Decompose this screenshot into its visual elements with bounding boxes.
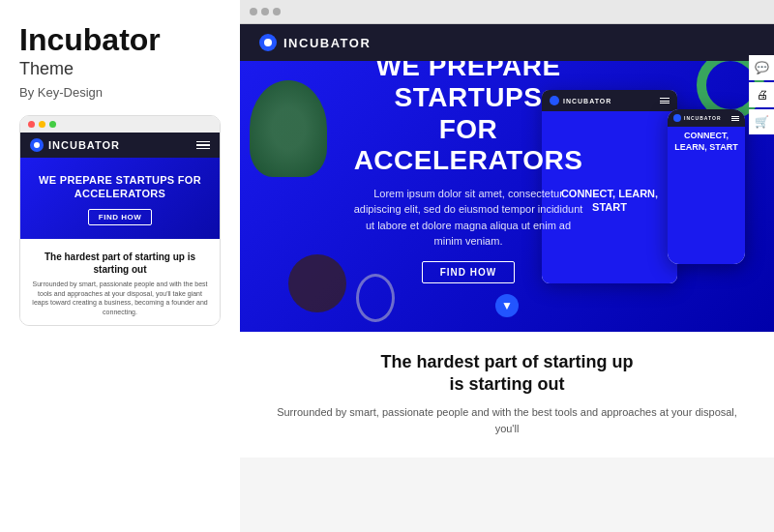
dot-yellow (39, 121, 45, 128)
site-hero-desc: Lorem ipsum dolor sit amet, consectetur … (354, 186, 583, 250)
dot-green (49, 121, 56, 128)
theme-subtitle: Theme (19, 59, 221, 79)
browser-dot-1 (250, 8, 257, 15)
browser-dot-2 (261, 8, 269, 15)
site-navbar: INCUBATOR (240, 24, 774, 61)
svg-point-1 (264, 39, 272, 46)
right-floating-icons: 💬 🖨 🛒 (749, 55, 774, 134)
site-logo: INCUBATOR (259, 34, 371, 51)
print-icon[interactable]: 🖨 (749, 82, 774, 107)
site-section-title: The hardest part of starting up is start… (269, 351, 745, 397)
left-panel: Incubator Theme By Key-Design INCUBATOR … (0, 0, 240, 532)
scroll-down-button[interactable]: ▼ (495, 294, 519, 317)
mockup-section: The hardest part of starting up is start… (20, 239, 220, 325)
site-hero: INCUBATOR CONNECT, LEARN, START (240, 61, 774, 332)
chat-icon[interactable]: 💬 (749, 55, 774, 80)
browser-content: INCUBATOR INCUBATOR (240, 24, 774, 525)
mockup-hero-text: WE PREPARE STARTUPS FOR ACCELERATORS (32, 173, 208, 201)
mockup-section-title: The hardest part of starting up is start… (32, 251, 208, 276)
mockup-section-text: Surrounded by smart, passionate people a… (32, 280, 208, 317)
svg-point-0 (34, 142, 40, 148)
cart-icon[interactable]: 🛒 (749, 109, 774, 134)
mockup-navbar: INCUBATOR (20, 133, 220, 158)
right-panel: INCUBATOR INCUBATOR (240, 0, 774, 532)
mockup-window-dots (20, 116, 220, 133)
theme-title: Incubator (19, 23, 221, 57)
mockup-find-how-button[interactable]: FIND HOW (88, 209, 152, 225)
dot-red (28, 121, 35, 128)
mockup-logo: INCUBATOR (30, 138, 120, 152)
mockup-hero: WE PREPARE STARTUPS FOR ACCELERATORS FIN… (20, 158, 220, 239)
theme-author: By Key-Design (19, 85, 221, 100)
browser-dot-3 (273, 8, 281, 15)
site-section-text: Surrounded by smart, passionate people a… (269, 404, 745, 438)
browser-chrome (240, 0, 774, 24)
mockup-logo-icon (30, 138, 44, 152)
site-section: The hardest part of starting up is start… (240, 332, 774, 458)
mockup-hamburger-icon[interactable] (196, 141, 210, 150)
mobile-mockup: INCUBATOR WE PREPARE STARTUPS FOR ACCELE… (19, 115, 221, 326)
site-logo-icon (259, 34, 277, 51)
site-hero-title: WE PREPARE STARTUPS FOR ACCELERATORS (354, 61, 583, 176)
site-hero-content: WE PREPARE STARTUPS FOR ACCELERATORS Lor… (240, 61, 774, 283)
browser-dots (250, 8, 281, 15)
site-find-how-button[interactable]: FIND HOW (422, 261, 516, 283)
